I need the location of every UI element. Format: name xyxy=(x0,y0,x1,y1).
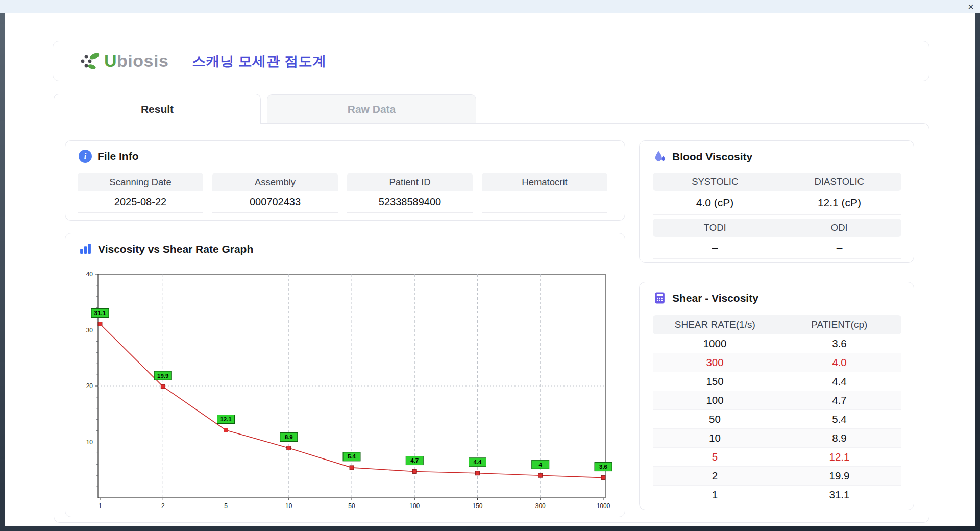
patient-column-header: PATIENT(cp) xyxy=(777,315,902,334)
todi-label: TODI xyxy=(653,219,777,237)
svg-text:31.1: 31.1 xyxy=(94,310,106,316)
shear-rate-cell: 100 xyxy=(653,391,777,409)
field-value: 000702433 xyxy=(212,191,338,213)
tab-result-label: Result xyxy=(141,103,174,115)
todi-value: – xyxy=(653,237,777,258)
odi-label: ODI xyxy=(777,219,902,237)
svg-text:50: 50 xyxy=(348,502,355,510)
graph-header: Viscosity vs Shear Rate Graph xyxy=(65,233,625,256)
shear-rate-cell: 1000 xyxy=(653,334,777,353)
svg-text:300: 300 xyxy=(535,502,546,510)
svg-text:40: 40 xyxy=(86,271,93,278)
patient-cell: 4.0 xyxy=(777,353,901,372)
shear-rate-cell: 150 xyxy=(653,372,777,391)
svg-text:10: 10 xyxy=(285,502,292,510)
close-icon[interactable]: × xyxy=(968,1,974,13)
file-info-panel: i File Info Scanning Date 2025-08-22 Ass… xyxy=(65,140,625,221)
tab-raw-data-label: Raw Data xyxy=(348,103,396,115)
svg-text:5.4: 5.4 xyxy=(348,453,356,460)
patient-cell: 8.9 xyxy=(777,429,901,447)
patient-cell: 12.1 xyxy=(777,448,901,466)
shear-rate-cell: 10 xyxy=(653,429,777,447)
window-titlebar: × xyxy=(0,0,980,13)
svg-text:10: 10 xyxy=(86,439,93,446)
blood-viscosity-values-row: 4.0 (cP) 12.1 (cP) xyxy=(653,191,901,215)
shear-rate-column-header: SHEAR RATE(1/s) xyxy=(653,315,777,334)
svg-text:12.1: 12.1 xyxy=(220,416,232,422)
svg-text:4: 4 xyxy=(539,462,543,468)
ubiosis-logo-icon xyxy=(79,51,102,72)
odi-value: – xyxy=(777,237,901,258)
svg-text:100: 100 xyxy=(409,502,420,510)
blood-viscosity-labels-row: SYSTOLIC DIASTOLIC xyxy=(653,173,901,191)
field-value xyxy=(482,191,607,213)
field-hematocrit: Hematocrit xyxy=(482,173,607,213)
logo-text-rest: biosis xyxy=(117,51,168,70)
shear-rate-cell: 50 xyxy=(653,410,777,428)
bar-chart-icon xyxy=(79,242,92,256)
tab-result[interactable]: Result xyxy=(54,94,261,124)
logo-text-u: U xyxy=(104,51,117,70)
systolic-label: SYSTOLIC xyxy=(653,173,777,191)
patient-cell: 4.7 xyxy=(777,391,901,409)
ubiosis-logo: Ubiosis xyxy=(79,51,168,72)
field-assembly: Assembly 000702433 xyxy=(212,173,338,213)
shear-table-row: 300 4.0 xyxy=(653,353,901,372)
patient-cell: 19.9 xyxy=(777,467,901,485)
svg-text:1: 1 xyxy=(99,502,102,510)
patient-cell: 5.4 xyxy=(777,410,901,428)
blood-viscosity-header: Blood Viscosity xyxy=(640,141,914,163)
svg-text:5: 5 xyxy=(224,502,228,510)
field-label: Scanning Date xyxy=(78,173,203,191)
shear-rate-cell: 1 xyxy=(653,486,777,504)
shear-table-row: 10 8.9 xyxy=(653,429,901,448)
shear-table-row: 100 4.7 xyxy=(653,391,901,410)
blood-viscosity-panel: Blood Viscosity SYSTOLIC DIASTOLIC 4.0 (… xyxy=(639,140,914,263)
patient-cell: 3.6 xyxy=(777,334,901,353)
svg-text:20: 20 xyxy=(86,382,93,390)
diastolic-value: 12.1 (cP) xyxy=(777,191,901,214)
calculator-icon xyxy=(653,291,667,305)
page-title: 스캐닝 모세관 점도계 xyxy=(192,52,327,70)
shear-viscosity-panel: Shear - Viscosity SHEAR RATE(1/s) PATIEN… xyxy=(639,282,914,510)
patient-cell: 31.1 xyxy=(777,486,901,504)
desktop-background: × Ubiosis 스캐닝 모세관 점도계 xyxy=(0,0,980,531)
field-patient-id: Patient ID 52338589400 xyxy=(347,173,473,213)
shear-table-row: 50 5.4 xyxy=(653,410,901,429)
diastolic-label: DIASTOLIC xyxy=(777,173,902,191)
field-label: Hematocrit xyxy=(482,173,607,191)
svg-text:2: 2 xyxy=(161,502,165,510)
field-scanning-date: Scanning Date 2025-08-22 xyxy=(78,173,203,213)
tab-raw-data[interactable]: Raw Data xyxy=(267,94,476,124)
shear-table-row: 1 31.1 xyxy=(653,486,901,504)
graph-panel: 102030401251050100150300100031.119.912.1… xyxy=(65,233,625,517)
shear-rate-cell: 2 xyxy=(653,467,777,485)
shear-table-body: 1000 3.6 300 4.0 150 4.4 100 xyxy=(653,334,901,504)
svg-text:1000: 1000 xyxy=(597,502,610,510)
systolic-value: 4.0 (cP) xyxy=(653,191,777,214)
svg-text:4.7: 4.7 xyxy=(410,457,419,464)
blood-viscosity-labels-row: TODI ODI xyxy=(653,219,901,237)
shear-table-row: 2 19.9 xyxy=(653,467,901,486)
blood-viscosity-grid: SYSTOLIC DIASTOLIC 4.0 (cP) 12.1 (cP) TO… xyxy=(653,173,901,259)
svg-text:8.9: 8.9 xyxy=(285,434,293,440)
shear-rate-cell: 5 xyxy=(653,448,777,466)
app-window: Ubiosis 스캐닝 모세관 점도계 Result Raw Data i Fi… xyxy=(5,13,975,526)
blood-viscosity-values-row: – – xyxy=(653,237,901,259)
shear-viscosity-title: Shear - Viscosity xyxy=(672,292,758,304)
field-label: Patient ID xyxy=(347,173,473,191)
logo-text: Ubiosis xyxy=(104,51,168,71)
svg-text:4.4: 4.4 xyxy=(474,459,482,465)
shear-table-row: 150 4.4 xyxy=(653,372,901,391)
result-content: i File Info Scanning Date 2025-08-22 Ass… xyxy=(54,123,929,523)
field-label: Assembly xyxy=(212,173,338,191)
shear-table-row: 5 12.1 xyxy=(653,448,901,467)
patient-cell: 4.4 xyxy=(777,372,901,391)
shear-viscosity-table: SHEAR RATE(1/s) PATIENT(cp) 1000 3.6 300… xyxy=(653,315,901,504)
svg-text:30: 30 xyxy=(86,327,93,334)
svg-text:3.6: 3.6 xyxy=(599,464,607,470)
viscosity-chart: 102030401251050100150300100031.119.912.1… xyxy=(65,233,626,518)
spacer xyxy=(653,215,901,219)
shear-table-row: 1000 3.6 xyxy=(653,334,901,353)
droplet-icon xyxy=(653,150,667,163)
